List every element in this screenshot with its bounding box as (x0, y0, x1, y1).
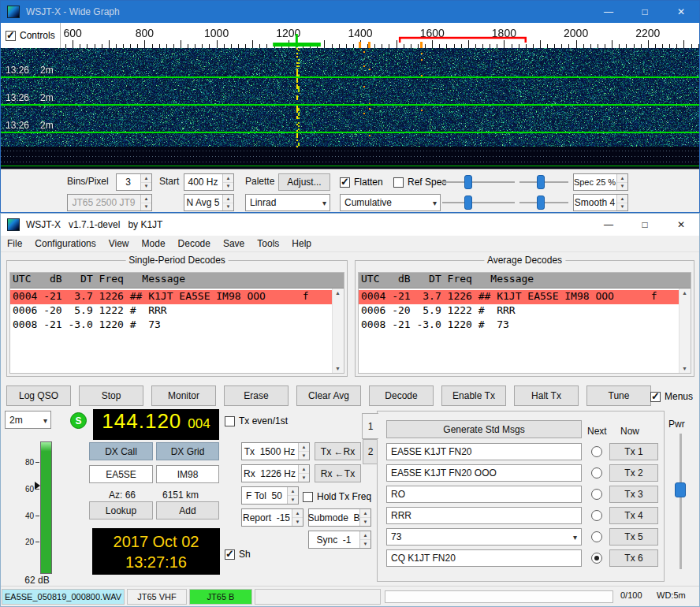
spec-percent-spinner[interactable]: Spec 25 % ▲▼ (573, 173, 628, 191)
dx-call-field[interactable]: EA5SE (89, 465, 153, 483)
spectrum-gain-slider[interactable] (442, 194, 515, 211)
bins-pixel-spinner[interactable]: 3 ▲▼ (116, 173, 152, 191)
band-combobox[interactable]: 2m (5, 411, 51, 429)
dx-grid-field[interactable]: IM98 (156, 465, 219, 483)
tx3-now-button[interactable]: Tx 3 (609, 486, 658, 503)
pwr-slider[interactable] (680, 434, 682, 569)
sync-spinner[interactable]: Sync -1 ▲▼ (308, 531, 371, 549)
spinner-arrows-icon[interactable]: ▲▼ (359, 509, 370, 526)
tx-freq-spinner[interactable]: Tx 1500 Hz ▲▼ (241, 442, 310, 460)
menu-save[interactable]: Save (217, 236, 251, 251)
menu-decode[interactable]: Decode (172, 236, 217, 251)
dx-grid-button[interactable]: DX Grid (156, 442, 219, 460)
rx-from-tx-button[interactable]: Rx ←Tx (315, 464, 361, 482)
frequency-scale[interactable]: Controls (1, 23, 699, 48)
scrollbar[interactable] (332, 289, 344, 373)
halt-tx-button[interactable]: Halt Tx (514, 385, 579, 406)
adjust-button[interactable]: Adjust... (278, 173, 330, 191)
stop-button[interactable]: Stop (79, 385, 143, 406)
tx5-message-combobox[interactable]: 73 (386, 528, 582, 546)
flatten-checkbox[interactable]: Flatten (340, 175, 383, 189)
spinner-arrows-icon[interactable]: ▲▼ (616, 174, 627, 190)
spinner-arrows-icon[interactable]: ▲▼ (222, 195, 233, 210)
ref-spec-checkbox[interactable]: Ref Spec (393, 175, 446, 189)
tx1-message-field[interactable]: EA5SE K1JT FN20 (386, 443, 582, 460)
hold-tx-freq-checkbox[interactable]: Hold Tx Freq (303, 490, 371, 504)
tx4-now-button[interactable]: Tx 4 (609, 507, 658, 524)
start-spinner[interactable]: 400 Hz ▲▼ (184, 173, 234, 191)
decode-row[interactable]: 0008 -21 -3.0 1220 # 73 (10, 318, 332, 333)
tx2-message-field[interactable]: EA5SE K1JT FN20 OOO (386, 464, 582, 482)
menu-view[interactable]: View (102, 236, 136, 251)
tx5-now-button[interactable]: Tx 5 (609, 528, 658, 546)
tx3-message-field[interactable]: RO (386, 486, 582, 503)
main-titlebar[interactable]: WSJT-X v1.7.1-devel by K1JT — □ ✕ (1, 214, 699, 236)
tx1-now-button[interactable]: Tx 1 (609, 443, 658, 460)
dx-call-button[interactable]: DX Call (89, 442, 153, 460)
tab-2[interactable]: 2 (363, 439, 378, 464)
lookup-button[interactable]: Lookup (89, 501, 153, 519)
frequency-ruler-canvas[interactable] (1, 24, 699, 48)
waterfall-canvas[interactable] (1, 48, 699, 169)
tx4-message-field[interactable]: RRR (386, 507, 582, 524)
maximize-icon[interactable]: □ (627, 214, 663, 236)
menu-help[interactable]: Help (285, 236, 318, 251)
tx3-next-radio[interactable] (591, 489, 602, 500)
n-avg-spinner[interactable]: N Avg 5 ▲▼ (184, 194, 234, 211)
spinner-arrows-icon[interactable]: ▲▼ (298, 465, 309, 482)
rx-freq-spinner[interactable]: Rx 1226 Hz ▲▼ (241, 464, 310, 482)
tune-button[interactable]: Tune (586, 385, 651, 406)
close-icon[interactable]: ✕ (663, 1, 699, 23)
minimize-icon[interactable]: — (590, 1, 627, 23)
tx6-now-button[interactable]: Tx 6 (609, 549, 658, 567)
scrollbar[interactable] (679, 289, 691, 373)
close-icon[interactable]: ✕ (663, 214, 699, 236)
waterfall-zero-slider[interactable] (519, 173, 568, 191)
tx1-next-radio[interactable] (591, 446, 602, 457)
pwr-slider-handle[interactable] (675, 482, 686, 497)
spinner-arrows-icon[interactable]: ▲▼ (616, 195, 627, 210)
spinner-arrows-icon[interactable]: ▲▼ (222, 174, 233, 190)
minimize-icon[interactable]: — (590, 214, 627, 236)
tx5-next-radio[interactable] (591, 531, 602, 542)
menu-file[interactable]: File (1, 236, 28, 251)
monitor-button[interactable]: Monitor (151, 385, 216, 406)
decode-row[interactable]: 0004 -21 3.7 1226 ## K1JT EA5SE IM98 OOO… (10, 290, 332, 304)
spinner-arrows-icon[interactable]: ▲▼ (140, 174, 151, 190)
tx-even-checkbox[interactable]: Tx even/1st (225, 414, 288, 428)
tx6-message-field[interactable]: CQ K1JT FN20 (386, 549, 582, 567)
enable-tx-button[interactable]: Enable Tx (441, 385, 506, 406)
tx2-next-radio[interactable] (591, 467, 602, 479)
slider-handle[interactable] (464, 196, 472, 210)
decode-row[interactable]: 0006 -20 5.9 1222 # RRR (10, 304, 332, 318)
palette-combobox[interactable]: Linrad (245, 194, 330, 211)
erase-button[interactable]: Erase (224, 385, 289, 406)
submode-spinner[interactable]: Submode B ▲▼ (308, 508, 371, 527)
generate-std-msgs-button[interactable]: Generate Std Msgs (386, 420, 582, 438)
decode-table-body[interactable]: 0004 -21 3.7 1226 ## K1JT EA5SE IM98 OOO… (10, 289, 344, 373)
spinner-arrows-icon[interactable]: ▲▼ (298, 443, 309, 460)
tx4-next-radio[interactable] (591, 510, 602, 521)
decode-button[interactable]: Decode (369, 385, 434, 406)
spinner-arrows-icon[interactable]: ▲▼ (292, 509, 303, 526)
waterfall[interactable]: 13:26 2m 13:26 2m 13:26 2m (1, 48, 699, 169)
decode-row[interactable]: 0008 -21 -3.0 1220 # 73 (359, 318, 679, 333)
decode-row[interactable]: 0006 -20 5.9 1222 # RRR (359, 304, 679, 318)
tx2-now-button[interactable]: Tx 2 (609, 464, 658, 482)
slider-handle[interactable] (537, 175, 545, 189)
slider-handle[interactable] (537, 196, 545, 210)
rig-status-indicator[interactable]: S (70, 412, 87, 429)
ftol-spinner[interactable]: F Tol 50 ▲▼ (241, 486, 299, 505)
sh-checkbox[interactable]: Sh (225, 547, 251, 561)
smooth-spinner[interactable]: Smooth 4 ▲▼ (573, 194, 628, 211)
tx-from-rx-button[interactable]: Tx ←Rx (315, 442, 361, 460)
log-qso-button[interactable]: Log QSO (6, 385, 71, 406)
spinner-arrows-icon[interactable]: ▲▼ (359, 531, 370, 548)
menu-tools[interactable]: Tools (251, 236, 285, 251)
tx6-next-radio[interactable] (591, 553, 602, 564)
maximize-icon[interactable]: □ (627, 1, 663, 23)
spectrum-zero-slider[interactable] (519, 194, 568, 211)
clear-avg-button[interactable]: Clear Avg (296, 385, 361, 406)
decode-row[interactable]: 0004 -21 3.7 1226 ## K1JT EA5SE IM98 OOO… (359, 290, 679, 304)
slider-handle[interactable] (464, 175, 472, 189)
